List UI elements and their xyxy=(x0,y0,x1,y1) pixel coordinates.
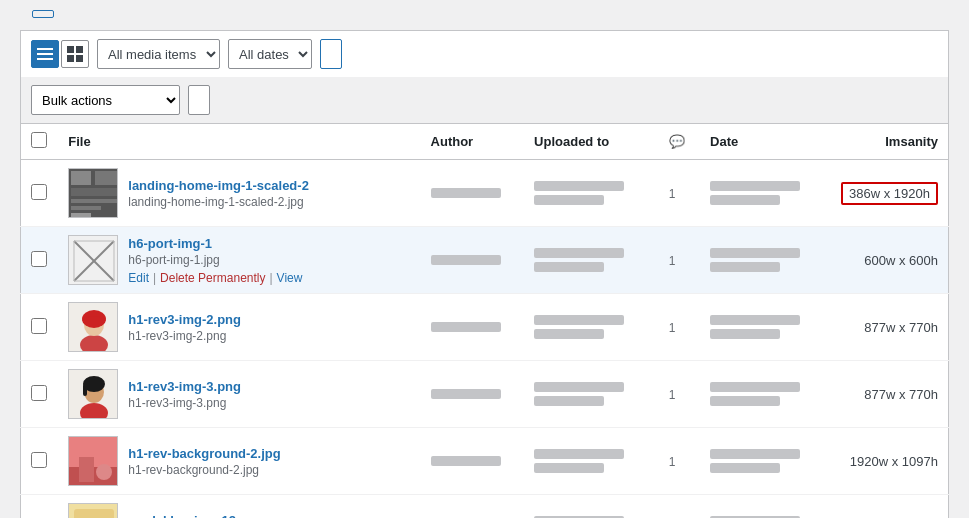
row-actions: Edit | Delete Permanently | View xyxy=(128,271,302,285)
table-row: h6-port-img-1h6-port-img-1.jpgEdit | Del… xyxy=(21,227,949,294)
comment-count: 1 xyxy=(669,455,676,469)
date-cell xyxy=(700,361,824,428)
comment-cell: 1 xyxy=(659,294,700,361)
date-blurred-line1 xyxy=(710,449,800,459)
uploaded-to-cell xyxy=(524,227,659,294)
row-action-edit-link[interactable]: Edit xyxy=(128,271,149,285)
row-checkbox-cell xyxy=(21,428,59,495)
uploaded-to-cell xyxy=(524,160,659,227)
file-cell: h1-rev3-img-3.pngh1-rev3-img-3.png xyxy=(58,361,420,428)
grid-view-button[interactable] xyxy=(61,40,89,68)
row-checkbox[interactable] xyxy=(31,251,47,267)
file-thumbnail xyxy=(68,503,118,518)
svg-point-33 xyxy=(96,464,112,480)
imsanity-cell: 1920w x 1097h xyxy=(824,428,948,495)
author-blurred xyxy=(431,255,501,265)
file-sort-link[interactable]: File xyxy=(68,134,90,149)
media-table: File Author Uploaded to 💬 Date Imsanity xyxy=(20,123,949,518)
date-sort-link[interactable]: Date xyxy=(710,134,738,149)
date-filter[interactable]: All dates 2024 2023 2022 xyxy=(228,39,312,69)
date-cell xyxy=(700,160,824,227)
svg-rect-32 xyxy=(79,457,94,482)
date-blurred-line2 xyxy=(710,262,780,272)
table-row: h1-rev3-img-3.pngh1-rev3-img-3.png1877w … xyxy=(21,361,949,428)
file-name-link[interactable]: landing-home-img-1-scaled-2 xyxy=(128,178,309,193)
select-all-checkbox[interactable] xyxy=(31,132,47,148)
author-sort-link[interactable]: Author xyxy=(431,134,474,149)
row-action-delete-permanently-link[interactable]: Delete Permanently xyxy=(160,271,265,285)
row-action-view-link[interactable]: View xyxy=(277,271,303,285)
row-checkbox[interactable] xyxy=(31,452,47,468)
comment-column-header: 💬 xyxy=(659,124,700,160)
table-row: rev-lekker-img-12.pngrev-lekker-img-12.p… xyxy=(21,495,949,519)
row-checkbox-cell xyxy=(21,361,59,428)
svg-rect-9 xyxy=(95,171,117,185)
imsanity-highlighted-value: 386w x 1920h xyxy=(841,182,938,205)
uploaded-blurred-line1 xyxy=(534,248,624,258)
uploaded-to-cell xyxy=(524,361,659,428)
page-wrapper: All media items Images Audio Video Docum… xyxy=(0,0,969,518)
row-checkbox-cell xyxy=(21,227,59,294)
imsanity-column-header: Imsanity xyxy=(824,124,948,160)
imsanity-cell: 600w x 600h xyxy=(824,227,948,294)
action-separator: | xyxy=(269,271,272,285)
row-checkbox[interactable] xyxy=(31,184,47,200)
bulk-action-bar: Bulk actions Delete Permanently xyxy=(20,77,949,123)
list-view-button[interactable] xyxy=(31,40,59,68)
file-name-link[interactable]: h1-rev-background-2.jpg xyxy=(128,446,280,461)
date-blurred-line2 xyxy=(710,463,780,473)
date-cell xyxy=(700,495,824,519)
uploaded-sort-link[interactable]: Uploaded to xyxy=(534,134,609,149)
apply-button[interactable] xyxy=(188,85,210,115)
uploaded-blurred-line2 xyxy=(534,329,604,339)
date-blurred-line2 xyxy=(710,329,780,339)
file-name-link[interactable]: h1-rev3-img-2.png xyxy=(128,312,241,327)
date-blurred-line2 xyxy=(710,396,780,406)
uploaded-to-cell xyxy=(524,294,659,361)
svg-rect-1 xyxy=(37,53,53,55)
file-name-link[interactable]: h6-port-img-1 xyxy=(128,236,302,251)
action-separator: | xyxy=(153,271,156,285)
author-cell xyxy=(421,227,525,294)
file-name-text: h6-port-img-1.jpg xyxy=(128,253,302,267)
uploaded-blurred-line1 xyxy=(534,315,624,325)
file-name-text: h1-rev3-img-2.png xyxy=(128,329,241,343)
row-checkbox[interactable] xyxy=(31,385,47,401)
date-blurred-line1 xyxy=(710,382,800,392)
row-checkbox-cell xyxy=(21,160,59,227)
media-type-filter[interactable]: All media items Images Audio Video Docum… xyxy=(97,39,220,69)
author-blurred xyxy=(431,456,501,466)
date-blurred-line1 xyxy=(710,315,800,325)
table-row: landing-home-img-1-scaled-2landing-home-… xyxy=(21,160,949,227)
author-cell xyxy=(421,428,525,495)
comment-cell: 1 xyxy=(659,428,700,495)
row-checkbox[interactable] xyxy=(31,318,47,334)
file-name-text: h1-rev3-img-3.png xyxy=(128,396,241,410)
uploaded-blurred-line2 xyxy=(534,195,604,205)
file-name-link[interactable]: h1-rev3-img-3.png xyxy=(128,379,241,394)
add-new-button[interactable] xyxy=(32,10,54,18)
author-cell xyxy=(421,495,525,519)
date-cell xyxy=(700,227,824,294)
comment-icon: 💬 xyxy=(669,134,685,149)
select-all-header xyxy=(21,124,59,160)
date-blurred-line2 xyxy=(710,195,780,205)
svg-rect-10 xyxy=(71,188,117,196)
file-column-header: File xyxy=(58,124,420,160)
uploaded-blurred-line2 xyxy=(534,463,604,473)
filter-button[interactable] xyxy=(320,39,342,69)
uploaded-blurred-line1 xyxy=(534,449,624,459)
file-name-link[interactable]: rev-lekker-img-12.png xyxy=(128,513,263,519)
date-blurred-line1 xyxy=(710,181,800,191)
row-checkbox-cell xyxy=(21,294,59,361)
file-thumbnail xyxy=(68,369,118,419)
file-name-text: landing-home-img-1-scaled-2.jpg xyxy=(128,195,309,209)
row-checkbox-cell xyxy=(21,495,59,519)
table-row: h1-rev3-img-2.pngh1-rev3-img-2.png1877w … xyxy=(21,294,949,361)
uploaded-blurred-line2 xyxy=(534,262,604,272)
uploaded-blurred-line1 xyxy=(534,181,624,191)
comment-count: 1 xyxy=(669,254,676,268)
svg-rect-4 xyxy=(76,46,83,53)
bulk-actions-select[interactable]: Bulk actions Delete Permanently xyxy=(31,85,180,115)
file-thumbnail xyxy=(68,235,118,285)
